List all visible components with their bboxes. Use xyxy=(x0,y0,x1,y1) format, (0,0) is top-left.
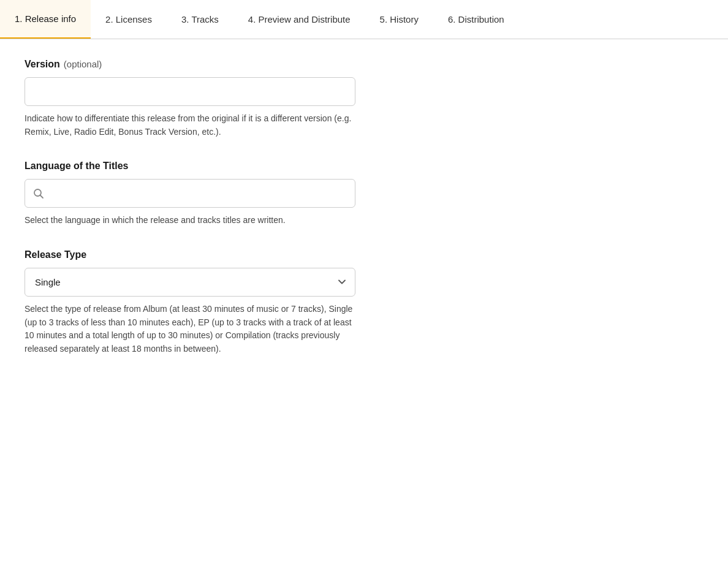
tab-release-info[interactable]: 1. Release info xyxy=(0,0,91,39)
main-content: Version(optional) Indicate how to differ… xyxy=(0,39,380,398)
tab-distribution[interactable]: 6. Distribution xyxy=(433,0,519,39)
version-label-text: Version xyxy=(25,59,60,69)
version-section: Version(optional) Indicate how to differ… xyxy=(25,59,355,138)
release-type-section: Release Type Album Single EP Compilation… xyxy=(25,249,355,356)
release-type-hint: Select the type of release from Album (a… xyxy=(25,303,355,356)
language-label: Language of the Titles xyxy=(25,161,355,172)
tab-bar: 1. Release info 2. Licenses 3. Tracks 4.… xyxy=(0,0,728,39)
language-search-input[interactable] xyxy=(25,179,355,208)
language-hint: Select the language in which the release… xyxy=(25,214,355,227)
version-label: Version(optional) xyxy=(25,59,355,70)
release-type-select[interactable]: Album Single EP Compilation xyxy=(25,268,355,297)
version-optional-text: (optional) xyxy=(64,59,102,69)
release-type-select-wrapper: Album Single EP Compilation xyxy=(25,268,355,297)
language-search-wrapper xyxy=(25,179,355,208)
version-hint: Indicate how to differentiate this relea… xyxy=(25,112,355,138)
version-input[interactable] xyxy=(25,77,355,106)
tab-licenses[interactable]: 2. Licenses xyxy=(91,0,167,39)
release-type-label: Release Type xyxy=(25,249,355,260)
tab-history[interactable]: 5. History xyxy=(365,0,433,39)
tab-preview-distribute[interactable]: 4. Preview and Distribute xyxy=(233,0,365,39)
language-section: Language of the Titles Select the langua… xyxy=(25,161,355,227)
tab-tracks[interactable]: 3. Tracks xyxy=(167,0,233,39)
